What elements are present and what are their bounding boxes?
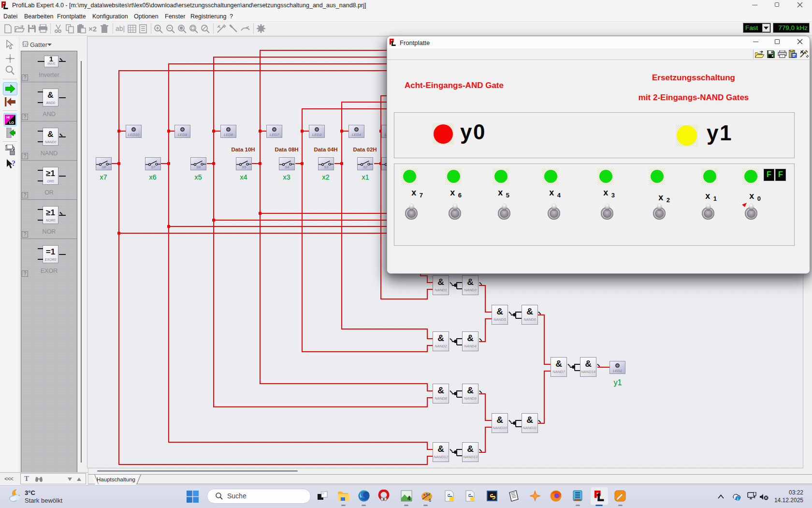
svg-text:?: ? — [12, 159, 15, 167]
svg-text:4: 4 — [407, 495, 411, 501]
svg-text:6: 6 — [429, 498, 431, 502]
svg-text:1: 1 — [25, 43, 27, 47]
svg-text:LO: LO — [9, 121, 14, 124]
svg-text:HI: HI — [6, 116, 10, 119]
